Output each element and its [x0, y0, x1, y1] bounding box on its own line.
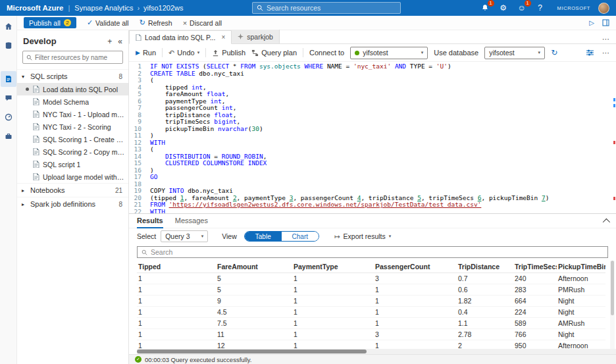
- global-search-input[interactable]: [267, 4, 396, 12]
- rail-monitor-icon[interactable]: [1, 109, 16, 125]
- table-row[interactable]: 17.5111.1589AMRush: [137, 317, 605, 328]
- view-chart-option[interactable]: Chart: [282, 232, 319, 241]
- scrollbar-thumb[interactable]: [611, 261, 614, 315]
- column-header-paymenttype[interactable]: PaymentType: [292, 261, 374, 273]
- use-database-value: yifsotest: [489, 49, 515, 57]
- table-row[interactable]: 15110.6283PMRush: [137, 284, 605, 295]
- section-label: Notebooks: [30, 186, 65, 194]
- validate-all-button[interactable]: ✓ Validate all: [87, 18, 129, 27]
- avatar[interactable]: [598, 3, 609, 14]
- refresh-button[interactable]: ↻ Refresh: [140, 18, 172, 27]
- select-label: Select: [137, 232, 156, 240]
- tree-item-sql-script-1[interactable]: SQL script 1: [17, 158, 128, 170]
- settings-sliders-icon[interactable]: [586, 49, 594, 57]
- tree-item-nyc-taxi-1-upload-model[interactable]: NYC Taxi - 1 - Upload model: [17, 108, 128, 120]
- tree-item-load-data-into-sql-pool[interactable]: Load data into SQL Pool: [17, 83, 128, 95]
- tree-item-label: Model Schema: [43, 98, 89, 106]
- help-icon[interactable]: ?: [535, 3, 546, 13]
- tab-messages[interactable]: Messages: [175, 214, 208, 228]
- run-button[interactable]: ▶ Run: [136, 49, 156, 57]
- chevron-down-icon: ▾: [389, 234, 392, 239]
- tree-item-upload-large-model-with-copy-into[interactable]: Upload large model with COPY INTO: [17, 170, 128, 183]
- tab-results[interactable]: Results: [137, 214, 163, 228]
- tree-item-label: Upload large model with COPY INTO: [43, 173, 126, 181]
- refresh-database-icon[interactable]: ↻: [551, 48, 557, 57]
- table-cell: 1.82: [457, 295, 513, 306]
- refresh-icon: ↻: [140, 18, 145, 27]
- tree-item-sql-scoring-1-create-model-table[interactable]: SQL Scoring 1 - Create model table: [17, 133, 128, 145]
- rail-manage-icon[interactable]: [1, 128, 16, 144]
- tree-item-label: SQL Scoring 1 - Create model table: [43, 136, 126, 143]
- horizontal-scrollbar[interactable]: [137, 349, 616, 354]
- tabstrip: Load data into SQL P... × sparkjob ⋯: [129, 30, 616, 44]
- tab-more-actions-icon[interactable]: ⋯: [596, 35, 616, 43]
- scrollbar-thumb[interactable]: [137, 350, 367, 353]
- table-row[interactable]: 112112950Afternoon: [137, 340, 605, 349]
- rail-develop-icon[interactable]: [1, 71, 16, 87]
- export-results-button[interactable]: ↦ Export results ▾: [334, 232, 392, 240]
- bell-icon[interactable]: 1: [480, 3, 490, 13]
- tree-item-model-schema[interactable]: Model Schema: [17, 95, 128, 108]
- breadcrumb-workspace[interactable]: yifso1202ws: [143, 4, 184, 12]
- table-row[interactable]: 111132.78766Night: [137, 328, 605, 340]
- sql-script-icon: [33, 161, 39, 168]
- collapse-results-icon[interactable]: [603, 218, 610, 225]
- rail-data-icon[interactable]: [1, 38, 16, 53]
- tab-load-data-into-sql-pool[interactable]: Load data into SQL P... ×: [129, 30, 232, 44]
- publish-all-button[interactable]: Publish all 2: [24, 17, 76, 28]
- table-cell: 2.78: [457, 328, 513, 340]
- tree-section-sql-scripts[interactable]: ▾SQL scripts8: [17, 69, 128, 83]
- publish-icon: [212, 49, 219, 57]
- column-header-tipped[interactable]: Tipped: [137, 261, 216, 273]
- section-label: Spark job definitions: [30, 200, 95, 208]
- view-table-option[interactable]: Table: [245, 232, 282, 241]
- filter-resources-input[interactable]: [35, 54, 119, 61]
- use-database-select[interactable]: yifsotest ▾: [484, 47, 545, 59]
- column-header-pickuptimebin[interactable]: PickupTimeBin: [557, 261, 605, 273]
- connect-to-select[interactable]: yifsotest ▾: [350, 47, 428, 59]
- breadcrumb-divider: |: [68, 4, 70, 12]
- rail-integrate-icon[interactable]: [1, 90, 16, 106]
- close-tab-icon[interactable]: ×: [221, 34, 225, 41]
- results-search[interactable]: [137, 246, 608, 258]
- breadcrumb-app[interactable]: Synapse Analytics: [74, 4, 133, 12]
- table-cell: 0.6: [457, 284, 513, 295]
- global-search[interactable]: [252, 2, 401, 14]
- table-cell: 1: [292, 306, 374, 317]
- table-row[interactable]: 15130.7240Afternoon: [137, 273, 605, 284]
- discard-all-button[interactable]: × Discard all: [183, 19, 222, 27]
- editor-code[interactable]: IF NOT EXISTS (SELECT * FROM sys.objects…: [145, 62, 616, 213]
- add-resource-icon[interactable]: +: [107, 37, 112, 46]
- gear-icon[interactable]: ⚙: [498, 3, 509, 13]
- column-header-triptimesecs[interactable]: TripTimeSecs: [513, 261, 557, 273]
- chevron-down-icon: ▾: [201, 234, 204, 239]
- vertical-scrollbar[interactable]: [610, 261, 615, 349]
- more-actions-icon[interactable]: ⋯: [602, 49, 609, 57]
- table-row[interactable]: 14.5110.4224Night: [137, 306, 605, 317]
- line-number: 19: [129, 188, 141, 195]
- query-select[interactable]: Query 3 ▾: [161, 230, 208, 242]
- column-header-fareamount[interactable]: FareAmount: [216, 261, 292, 273]
- publish-button[interactable]: Publish: [212, 49, 245, 57]
- sql-editor[interactable]: 12345678910111213141516171819202122 IF N…: [129, 62, 616, 213]
- tree-item-sql-scoring-2-copy-model-into-mo[interactable]: SQL Scoring 2 - Copy model into mo...: [17, 145, 128, 158]
- table-row[interactable]: 19111.82664Night: [137, 295, 605, 306]
- column-header-tripdistance[interactable]: TripDistance: [457, 261, 513, 273]
- tree-section-notebooks[interactable]: ▸Notebooks21: [17, 183, 128, 197]
- feedback-icon[interactable]: ☺ 1: [517, 3, 527, 13]
- triangle-icon[interactable]: ▷: [589, 19, 594, 26]
- tree-item-nyc-taxi-2-scoring[interactable]: NYC Taxi - 2 - Scoring: [17, 120, 128, 133]
- table-cell: 0.7: [457, 273, 513, 284]
- tree-section-spark-job-definitions[interactable]: ▸Spark job definitions8: [17, 197, 128, 211]
- code-line: ): [150, 167, 616, 174]
- undo-button[interactable]: ↶ Undo ▾: [168, 49, 199, 57]
- status-message: 00:00:03 Query executed successfully.: [145, 356, 251, 363]
- results-search-input[interactable]: [151, 248, 603, 256]
- tab-sparkjob[interactable]: sparkjob: [232, 30, 280, 43]
- rail-home-icon[interactable]: [1, 18, 16, 34]
- column-header-passengercount[interactable]: PassengerCount: [374, 261, 457, 273]
- collapse-panel-icon[interactable]: «: [118, 37, 122, 46]
- query-plan-button[interactable]: Query plan: [251, 49, 297, 57]
- filter-resources[interactable]: [22, 51, 123, 64]
- layout-icon[interactable]: [602, 19, 609, 26]
